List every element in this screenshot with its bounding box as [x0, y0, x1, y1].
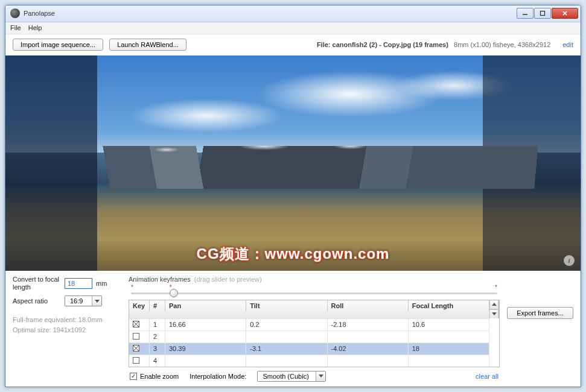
export-pane: Export frames...: [507, 276, 573, 382]
cell-roll[interactable]: -4.02: [328, 343, 409, 355]
svg-rect-1: [541, 11, 545, 16]
keyframes-subtitle: (drag slider to preview): [194, 276, 262, 283]
scroll-down-button[interactable]: [490, 309, 498, 318]
launch-rawblend-button[interactable]: Launch RAWBlend...: [109, 39, 186, 51]
cell-pan[interactable]: [165, 355, 246, 367]
preview-slider[interactable]: * * *: [129, 284, 500, 300]
keyframe-marker: *: [495, 284, 497, 291]
keyframes-table: Key # Pan Tilt Roll Focal Length 116.660…: [129, 300, 500, 367]
col-key[interactable]: Key: [129, 300, 150, 311]
cell-num: 1: [150, 318, 165, 330]
edit-link[interactable]: edit: [562, 41, 573, 48]
cell-roll[interactable]: -2.18: [328, 318, 409, 330]
menubar: File Help: [5, 22, 581, 34]
app-window: Panolapse File Help Import image sequenc…: [5, 5, 581, 387]
keyframes-pane: Animation keyframes (drag slider to prev…: [129, 276, 500, 382]
col-tilt[interactable]: Tilt: [246, 300, 327, 311]
key-checkbox-icon: [133, 321, 139, 327]
cell-roll[interactable]: [328, 330, 409, 343]
table-scrollbar[interactable]: [489, 300, 499, 318]
titlebar[interactable]: Panolapse: [5, 5, 581, 22]
slider-thumb[interactable]: [170, 289, 178, 297]
cell-key[interactable]: [129, 318, 150, 330]
cell-num: 2: [150, 330, 165, 343]
enable-zoom-label: Enable zoom: [140, 373, 179, 380]
aspect-ratio-select[interactable]: 16:9: [65, 296, 102, 306]
chevron-down-icon: [316, 371, 325, 381]
cell-key[interactable]: [129, 330, 150, 343]
col-roll[interactable]: Roll: [328, 300, 409, 311]
slider-track-line: [131, 292, 497, 294]
hint-optimal-size: Optimal size: 1941x1092: [13, 326, 86, 334]
watermark-text: CG频道：www.cgown.com: [197, 244, 390, 264]
cell-roll[interactable]: [328, 355, 409, 367]
clear-all-link[interactable]: clear all: [476, 373, 498, 380]
table-row[interactable]: 116.660.2-2.1810.6: [129, 318, 499, 330]
interpolation-value: Smooth (Cubic): [258, 371, 316, 381]
key-checkbox-icon: [133, 357, 139, 364]
file-name: canonfish2 (2) - Copy.jpg (19 frames): [333, 41, 448, 48]
table-header-row: Key # Pan Tilt Roll Focal Length: [129, 300, 499, 318]
cell-num: 4: [150, 355, 165, 367]
settings-hint: Full-frame equivalent: 18.0mm Optimal si…: [13, 315, 121, 335]
maximize-button[interactable]: [534, 8, 551, 19]
menu-file[interactable]: File: [10, 24, 21, 31]
close-button[interactable]: [552, 8, 578, 19]
file-info: File: canonfish2 (2) - Copy.jpg (19 fram…: [317, 41, 550, 48]
key-checkbox-icon: [133, 345, 139, 352]
aspect-ratio-value: 16:9: [65, 296, 92, 306]
aspect-ratio-label: Aspect ratio: [13, 297, 61, 305]
chevron-down-icon: [92, 296, 101, 306]
file-prefix: File:: [317, 41, 333, 48]
export-frames-button[interactable]: Export frames...: [507, 307, 573, 319]
window-title: Panolapse: [24, 10, 517, 17]
interpolation-select[interactable]: Smooth (Cubic): [257, 371, 326, 382]
cell-pan[interactable]: 30.39: [165, 343, 246, 355]
cell-tilt[interactable]: -3.1: [246, 343, 327, 355]
preview-viewport[interactable]: CG频道：www.cgown.com i: [5, 55, 581, 271]
cell-key[interactable]: [129, 343, 150, 355]
cell-fl[interactable]: [409, 355, 489, 367]
focal-length-input[interactable]: [65, 278, 92, 289]
table-row[interactable]: 330.39-3.1-4.0218: [129, 343, 499, 355]
cell-fl[interactable]: [409, 330, 489, 343]
app-logo-icon: [10, 8, 20, 18]
cell-pan[interactable]: [165, 330, 246, 343]
cell-tilt[interactable]: [246, 355, 327, 367]
cell-fl[interactable]: 18: [409, 343, 489, 355]
hint-ff-equiv: Full-frame equivalent: 18.0mm: [13, 316, 103, 323]
focal-length-unit: mm: [96, 280, 107, 287]
table-row[interactable]: 4: [129, 355, 499, 367]
info-icon[interactable]: i: [564, 255, 575, 266]
table-row[interactable]: 2: [129, 330, 499, 343]
cell-pan[interactable]: 16.66: [165, 318, 246, 330]
cell-fl[interactable]: 10.6: [409, 318, 489, 330]
keyframes-title: Animation keyframes: [129, 276, 191, 283]
checkbox-icon: [130, 373, 137, 380]
scroll-up-button[interactable]: [490, 300, 498, 309]
col-fl[interactable]: Focal Length: [409, 300, 489, 311]
bottom-panel: Convert to focal length mm Aspect ratio …: [5, 271, 581, 387]
col-num[interactable]: #: [150, 300, 165, 311]
cell-tilt[interactable]: [246, 330, 327, 343]
keyframe-controls: Enable zoom Interpolation Mode: Smooth (…: [129, 367, 500, 382]
keyframes-header: Animation keyframes (drag slider to prev…: [129, 276, 500, 283]
menu-help[interactable]: Help: [28, 24, 42, 31]
settings-pane: Convert to focal length mm Aspect ratio …: [13, 276, 121, 382]
cell-num: 3: [150, 343, 165, 355]
import-sequence-button[interactable]: Import image sequence...: [13, 39, 103, 51]
toolbar: Import image sequence... Launch RAWBlend…: [5, 34, 581, 56]
col-pan[interactable]: Pan: [165, 300, 246, 311]
cell-tilt[interactable]: 0.2: [246, 318, 327, 330]
key-checkbox-icon: [133, 333, 139, 340]
convert-focal-label: Convert to focal length: [13, 276, 61, 291]
minimize-button[interactable]: [517, 8, 533, 19]
interpolation-label: Interpolation Mode:: [189, 373, 246, 380]
enable-zoom-checkbox[interactable]: Enable zoom: [130, 373, 179, 380]
file-meta: 8mm (x1.00) fisheye, 4368x2912: [454, 41, 550, 48]
cell-key[interactable]: [129, 355, 150, 367]
keyframe-marker: *: [131, 284, 133, 291]
